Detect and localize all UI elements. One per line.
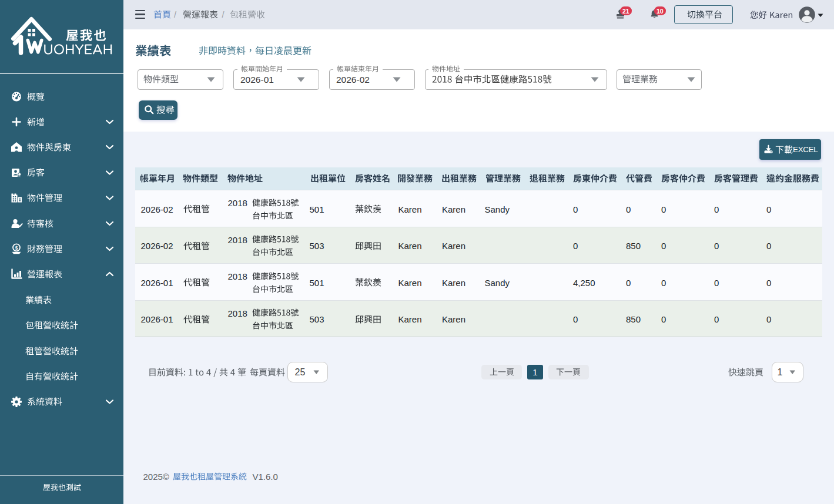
svg-text:$: $ bbox=[15, 245, 18, 251]
